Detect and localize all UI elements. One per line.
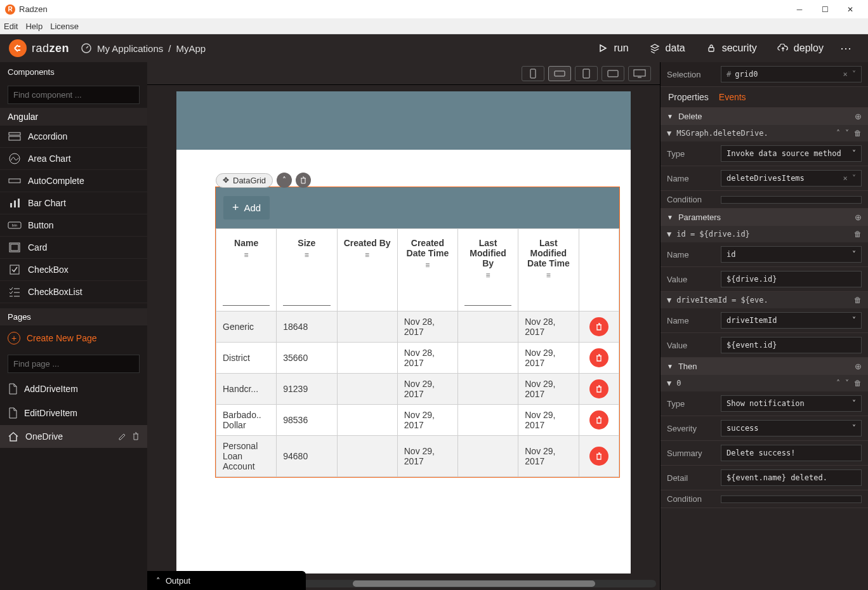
datagrid-component[interactable]: + Add Name≡ Size≡ Created By≡ Created Da… — [215, 187, 620, 478]
trash-icon[interactable]: 🗑 — [854, 230, 862, 239]
param1-value[interactable]: ${drive.id} — [721, 271, 862, 287]
deploy-button[interactable]: deploy — [767, 43, 834, 54]
filter-input[interactable] — [464, 305, 511, 306]
component-item-areachart[interactable]: Area Chart — [0, 148, 147, 170]
device-tablet-portrait[interactable] — [575, 66, 598, 81]
page-item-onedrive[interactable]: OneDrive — [0, 425, 147, 448]
page-item-adddriveitem[interactable]: AddDriveItem — [0, 377, 147, 401]
col-createdby[interactable]: Created By≡ — [337, 229, 397, 311]
scrollbar-thumb[interactable] — [353, 580, 595, 587]
row-delete-button[interactable] — [589, 317, 608, 336]
breadcrumb[interactable]: My Applications / MyApp — [81, 43, 206, 54]
component-item-checkboxlist[interactable]: CheckBoxList — [0, 281, 147, 303]
chevron-up-icon[interactable]: ˄ — [836, 379, 840, 388]
device-phone-portrait[interactable] — [522, 66, 544, 81]
component-item-accordion[interactable]: Accordion — [0, 126, 147, 148]
param1-header[interactable]: ▼ id = ${drive.id} 🗑 — [661, 226, 868, 242]
col-name[interactable]: Name≡ — [216, 229, 277, 311]
table-row[interactable]: District35660Nov 28, 2017Nov 29, 2017 — [216, 343, 619, 374]
trash-icon[interactable]: 🗑 — [854, 296, 862, 305]
filter-input[interactable] — [283, 305, 330, 306]
add-icon[interactable]: ⊕ — [855, 362, 862, 371]
trash-icon[interactable]: 🗑 — [854, 129, 862, 138]
chip-collapse-button[interactable]: ˄ — [277, 173, 292, 188]
delete-page-icon[interactable] — [132, 432, 140, 441]
component-item-barchart[interactable]: Bar Chart — [0, 192, 147, 214]
trash-icon[interactable]: 🗑 — [854, 379, 862, 388]
param2-value[interactable]: ${event.id} — [721, 337, 862, 353]
filter-input[interactable] — [223, 305, 270, 306]
section-delete[interactable]: ▼ Delete ⊕ — [661, 108, 868, 125]
device-phone-landscape[interactable] — [548, 66, 571, 81]
selection-chip[interactable]: ✥ DataGrid — [216, 173, 273, 188]
security-button[interactable]: security — [695, 43, 767, 54]
components-category[interactable]: Angular — [0, 108, 147, 126]
row-delete-button[interactable] — [589, 410, 608, 429]
then0-severity[interactable]: success˅ — [721, 420, 862, 436]
component-item-checkbox[interactable]: CheckBox — [0, 259, 147, 281]
type-select[interactable]: Invoke data source method˅ — [721, 145, 862, 162]
table-row[interactable]: Barbado.. Dollar98536Nov 29, 2017Nov 29,… — [216, 405, 619, 436]
param1-name[interactable]: id˅ — [721, 246, 862, 263]
data-button[interactable]: data — [639, 43, 695, 54]
device-tablet-landscape[interactable] — [602, 66, 624, 81]
cell-modified: Nov 29, 2017 — [518, 436, 579, 477]
create-page-button[interactable]: + Create New Page — [0, 325, 147, 351]
more-menu-button[interactable]: ⋯ — [834, 41, 859, 55]
component-item-datagrid[interactable]: DataGrid — [0, 303, 147, 308]
menu-help[interactable]: Help — [25, 22, 43, 31]
component-item-button[interactable]: btnButton — [0, 214, 147, 237]
then0-summary[interactable]: Delete success! — [721, 445, 862, 461]
chevron-down-icon[interactable]: ˅ — [845, 379, 849, 388]
table-row[interactable]: Generic18648Nov 28, 2017Nov 28, 2017 — [216, 311, 619, 343]
then0-type[interactable]: Show notification˅ — [721, 395, 862, 412]
add-icon[interactable]: ⊕ — [855, 112, 862, 121]
output-panel-tab[interactable]: ˄ Output — [147, 571, 306, 590]
add-button[interactable]: + Add — [223, 196, 270, 220]
param2-header[interactable]: ▼ driveItemId = ${eve. 🗑 — [661, 292, 868, 308]
condition-input[interactable] — [721, 196, 862, 204]
then0-header[interactable]: ▼ 0 ˄ ˅ 🗑 — [661, 375, 868, 391]
chip-delete-button[interactable] — [296, 173, 311, 188]
breadcrumb-root[interactable]: My Applications — [97, 43, 163, 54]
tab-events[interactable]: Events — [719, 92, 746, 102]
table-row[interactable]: Personal Loan Account94680Nov 29, 2017No… — [216, 436, 619, 477]
section-then[interactable]: ▼ Then ⊕ — [661, 358, 868, 375]
name-select[interactable]: deleteDrivesItems× ˅ — [721, 170, 862, 187]
menu-license[interactable]: License — [50, 22, 79, 31]
breadcrumb-app[interactable]: MyApp — [176, 43, 206, 54]
maximize-button[interactable]: ☐ — [812, 0, 838, 19]
minimize-button[interactable]: ─ — [787, 0, 812, 19]
chevron-up-icon[interactable]: ˄ — [836, 129, 840, 138]
page-item-editdriveitem[interactable]: EditDriveItem — [0, 401, 147, 425]
table-row[interactable]: Handcr...91239Nov 29, 2017Nov 29, 2017 — [216, 374, 619, 405]
col-created[interactable]: Created Date Time≡ — [397, 229, 457, 311]
component-item-autocomplete[interactable]: AutoComplete — [0, 170, 147, 192]
col-modified[interactable]: Last Modified Date Time≡ — [518, 229, 579, 311]
design-canvas[interactable]: ✥ DataGrid ˄ + Add — [176, 91, 631, 574]
col-size[interactable]: Size≡ — [277, 229, 337, 311]
menu-edit[interactable]: Edit — [4, 22, 18, 31]
close-button[interactable]: ✕ — [838, 0, 863, 19]
row-delete-button[interactable] — [589, 348, 608, 367]
chevron-down-icon[interactable]: ˅ — [845, 129, 849, 138]
run-button[interactable]: run — [587, 43, 638, 54]
section-parameters[interactable]: ▼ Parameters ⊕ — [661, 209, 868, 226]
row-delete-button[interactable] — [589, 447, 608, 466]
then0-condition[interactable] — [721, 495, 862, 503]
row-delete-button[interactable] — [589, 379, 608, 398]
then0-detail[interactable]: ${event.name} deleted. — [721, 469, 862, 486]
pages-search-input[interactable] — [8, 355, 140, 373]
plus-icon: + — [232, 201, 239, 214]
pages-title: Pages — [0, 308, 147, 325]
handler-row[interactable]: ▼ MSGraph.deleteDrive. ˄ ˅ 🗑 — [661, 125, 868, 141]
components-search-input[interactable] — [8, 86, 140, 104]
component-item-card[interactable]: Card — [0, 237, 147, 259]
tab-properties[interactable]: Properties — [668, 92, 709, 102]
col-modifiedby[interactable]: Last Modified By≡ — [458, 229, 518, 311]
edit-page-icon[interactable] — [118, 432, 127, 441]
param2-name[interactable]: driveItemId˅ — [721, 312, 862, 329]
add-icon[interactable]: ⊕ — [855, 213, 862, 222]
selection-picker[interactable]: #grid0 × ˅ — [721, 66, 862, 82]
device-desktop[interactable] — [628, 66, 651, 81]
